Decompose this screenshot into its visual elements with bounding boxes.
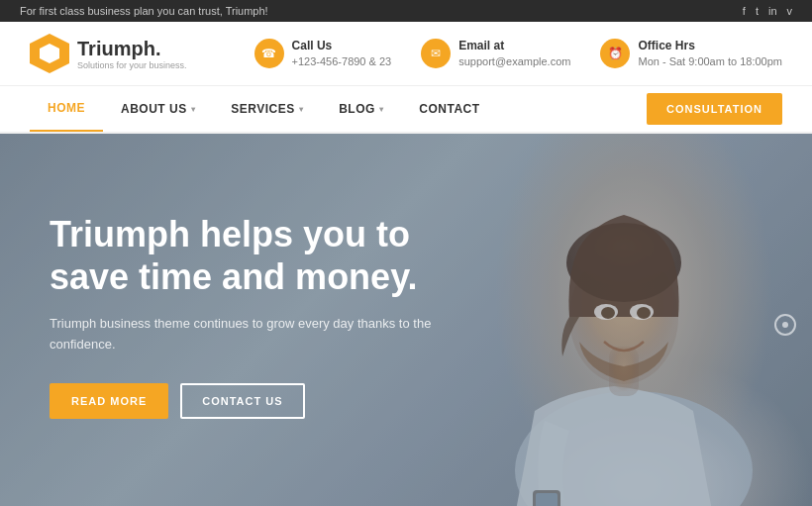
nav-bar: HOME ABOUT US ▾ SERVICES ▾ BLOG ▾ CONTAC… (0, 86, 812, 134)
services-arrow: ▾ (299, 105, 304, 114)
email-label: Email at (458, 39, 570, 54)
hours-value: Mon - Sat 9:00am to 18:00pm (638, 54, 782, 68)
linkedin-icon[interactable]: in (768, 5, 777, 17)
hero-section: Triumph helps you to save time and money… (0, 134, 812, 506)
logo-tagline: Solutions for your business. (77, 60, 187, 71)
call-text: Call Us +123-456-7890 & 23 (292, 39, 392, 68)
hero-subtitle: Triumph business theme continues to grow… (50, 314, 465, 355)
logo-icon (30, 34, 69, 73)
twitter-icon[interactable]: t (756, 5, 759, 17)
nav-home[interactable]: HOME (30, 86, 103, 132)
clock-icon: ⏰ (600, 39, 630, 68)
email-icon: ✉ (421, 39, 451, 68)
nav-links: HOME ABOUT US ▾ SERVICES ▾ BLOG ▾ CONTAC… (30, 86, 498, 132)
phone-icon: ☎ (254, 39, 284, 68)
facebook-icon[interactable]: f (743, 5, 746, 17)
hero-content: Triumph helps you to save time and money… (50, 213, 465, 419)
logo[interactable]: Triumph. Solutions for your business. (30, 34, 187, 73)
logo-text: Triumph. Solutions for your business. (77, 37, 187, 71)
read-more-button[interactable]: READ MORE (50, 383, 168, 419)
top-bar-message: For first class business plan you can tr… (20, 5, 268, 17)
consultation-button[interactable]: CONSULTATION (647, 93, 782, 125)
header: Triumph. Solutions for your business. ☎ … (0, 22, 812, 86)
call-label: Call Us (292, 39, 392, 54)
blog-arrow: ▾ (379, 105, 384, 114)
top-bar: For first class business plan you can tr… (0, 0, 812, 22)
nav-about[interactable]: ABOUT US ▾ (103, 87, 213, 131)
vimeo-icon[interactable]: v (787, 5, 793, 17)
logo-name: Triumph. (77, 37, 187, 60)
email-value: support@example.com (458, 54, 570, 68)
hours-text: Office Hrs Mon - Sat 9:00am to 18:00pm (638, 39, 782, 68)
contact-us-button[interactable]: CONTACT US (180, 383, 304, 419)
logo-inner-shape (40, 44, 59, 63)
social-links: f t in v (743, 5, 792, 17)
about-arrow: ▾ (191, 105, 196, 114)
nav-services[interactable]: SERVICES ▾ (213, 87, 321, 131)
call-value: +123-456-7890 & 23 (292, 54, 392, 68)
hours-label: Office Hrs (638, 39, 782, 54)
nav-contact[interactable]: CONTACT (401, 87, 497, 131)
scroll-indicator[interactable] (774, 314, 796, 336)
hero-title: Triumph helps you to save time and money… (50, 213, 465, 298)
call-info: ☎ Call Us +123-456-7890 & 23 (254, 39, 392, 68)
hours-info: ⏰ Office Hrs Mon - Sat 9:00am to 18:00pm (600, 39, 782, 68)
hero-buttons: READ MORE CONTACT US (50, 383, 465, 419)
nav-blog[interactable]: BLOG ▾ (321, 87, 401, 131)
scroll-dot (782, 322, 788, 328)
email-text: Email at support@example.com (458, 39, 570, 68)
email-info: ✉ Email at support@example.com (421, 39, 570, 68)
header-info: ☎ Call Us +123-456-7890 & 23 ✉ Email at … (254, 39, 782, 68)
